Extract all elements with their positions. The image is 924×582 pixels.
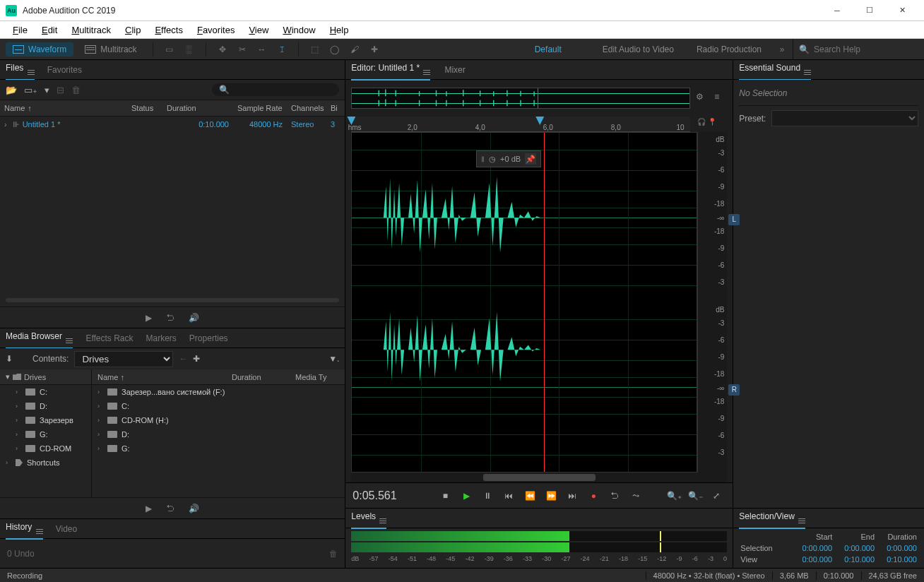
tree-item[interactable]: ›G: <box>0 427 91 441</box>
media-play[interactable]: ▶ <box>146 504 152 513</box>
tab-selection-view[interactable]: Selection/View <box>739 507 805 529</box>
menu-window[interactable]: Window <box>276 25 322 35</box>
close-file-button[interactable]: ⊟ <box>57 85 64 95</box>
workspace-edit-audio-video[interactable]: Edit Audio to Video <box>593 42 684 57</box>
sel-start[interactable]: 0:00.000 <box>795 544 832 552</box>
col-name[interactable]: Name ↑ <box>0 104 127 112</box>
maximize-button[interactable]: ☐ <box>853 0 886 21</box>
tree-item[interactable]: ›C: <box>0 385 91 399</box>
pin-playhead[interactable]: 🎧 📍 <box>697 118 716 126</box>
contents-dropdown[interactable]: Drives <box>74 351 173 367</box>
menu-help[interactable]: Help <box>323 25 356 35</box>
list-col-mediatype[interactable]: Media Ty <box>295 373 339 381</box>
files-search[interactable]: 🔍 <box>212 83 339 96</box>
tab-effects-rack[interactable]: Effects Rack <box>85 329 133 348</box>
menu-favorites[interactable]: Favorites <box>190 25 242 35</box>
tab-history[interactable]: History <box>6 518 43 540</box>
slip-tool[interactable]: ↔ <box>254 42 270 57</box>
media-loop[interactable]: ⮌ <box>166 504 174 513</box>
tab-favorites[interactable]: Favorites <box>47 61 82 79</box>
brush-tool[interactable]: 🖌 <box>347 42 362 57</box>
channel-badge-left[interactable]: L <box>728 214 740 225</box>
tree-item[interactable]: ›Зарезерв <box>0 413 91 427</box>
heal-tool[interactable]: ✚ <box>367 42 382 57</box>
history-trash[interactable]: 🗑 <box>329 549 338 559</box>
time-ruler[interactable]: hms 2,0 4,0 6,0 8,0 10 🎧 📍 <box>351 117 690 132</box>
tree-item[interactable]: ›D: <box>0 399 91 413</box>
col-bitdepth[interactable]: Bi <box>326 104 340 112</box>
list-item[interactable]: ›D: <box>92 427 345 441</box>
list-item[interactable]: ›G: <box>92 441 345 456</box>
horizontal-scrollbar[interactable] <box>351 473 727 482</box>
col-samplerate[interactable]: Sample Rate <box>233 104 287 112</box>
tab-properties[interactable]: Properties <box>189 329 228 348</box>
hud-toggle[interactable]: ▭ <box>162 42 177 57</box>
hud-pin-button[interactable]: 📌 <box>525 153 536 165</box>
gain-hud[interactable]: ⫴ ◷ +0 dB 📌 <box>476 150 541 167</box>
tree-item[interactable]: ›Shortcuts <box>0 456 91 470</box>
view-dur[interactable]: 0:10.000 <box>880 555 917 564</box>
stop-button[interactable]: ■ <box>436 487 454 505</box>
channel-toggle[interactable]: ≡ <box>714 92 727 105</box>
lasso-tool[interactable]: ◯ <box>327 42 343 57</box>
delete-file-button[interactable]: 🗑 <box>71 85 81 95</box>
zoom-out-button[interactable]: 🔍₋ <box>686 487 704 505</box>
preview-autoplay[interactable]: 🔊 <box>189 313 199 323</box>
record-button[interactable]: ● <box>584 487 603 505</box>
menu-file[interactable]: File <box>6 25 35 35</box>
levels-meter[interactable]: dB-57-54-51-48-45-42-39-36-33-30-27-24-2… <box>345 528 733 568</box>
menu-view[interactable]: View <box>242 25 276 35</box>
import-shortcut-button[interactable]: ⬇ <box>6 354 13 364</box>
play-button[interactable]: ▶ <box>457 487 475 505</box>
go-start-button[interactable]: ⏮ <box>499 487 518 505</box>
razor-tool[interactable]: ✂ <box>235 42 250 57</box>
menu-multitrack[interactable]: Multitrack <box>64 25 118 35</box>
list-item[interactable]: ›C: <box>92 399 345 413</box>
tree-item[interactable]: ›CD-ROM <box>0 441 91 456</box>
preview-play[interactable]: ▶ <box>146 313 152 323</box>
media-autoplay[interactable]: 🔊 <box>189 504 199 513</box>
view-end[interactable]: 0:10.000 <box>838 555 875 564</box>
zoom-full-button[interactable]: ⤢ <box>707 487 725 505</box>
list-item[interactable]: ›CD-ROM (H:) <box>92 413 345 427</box>
loop-button[interactable]: ⮌ <box>605 487 624 505</box>
tab-essential-sound[interactable]: Essential Sound <box>739 59 811 81</box>
list-item[interactable]: ›Зарезер...вано системой (F:) <box>92 385 345 399</box>
workspace-radio-production[interactable]: Radio Production <box>687 42 771 57</box>
forward-button[interactable]: ⏩ <box>542 487 560 505</box>
rewind-button[interactable]: ⏪ <box>521 487 539 505</box>
waveform-editor[interactable]: ⫴ ◷ +0 dB 📌 dB -3 -6 -9 -18 -∞ -18 -9 -6… <box>351 132 727 473</box>
workspace-overflow[interactable]: » <box>774 42 790 57</box>
waveform-view-button[interactable]: Waveform <box>6 42 73 57</box>
new-shortcut[interactable]: ✚ <box>193 354 200 364</box>
workspace-default[interactable]: Default <box>525 42 571 57</box>
tab-editor[interactable]: Editor: Untitled 1 * <box>351 59 430 81</box>
multitrack-view-button[interactable]: Multitrack <box>78 42 143 57</box>
workspace-menu-icon[interactable] <box>574 42 590 57</box>
tab-files[interactable]: Files <box>6 59 35 81</box>
preview-loop[interactable]: ⮌ <box>166 313 174 323</box>
tab-markers[interactable]: Markers <box>146 329 177 348</box>
view-start[interactable]: 0:00.000 <box>795 555 832 564</box>
menu-clip[interactable]: Clip <box>118 25 148 35</box>
close-button[interactable]: ✕ <box>886 0 918 21</box>
open-file-button[interactable]: 📂 <box>6 85 17 95</box>
sel-dur[interactable]: 0:00.000 <box>880 544 917 552</box>
tab-video[interactable]: Video <box>56 520 77 538</box>
channel-badge-right[interactable]: R <box>728 384 740 396</box>
preset-dropdown[interactable] <box>771 110 918 126</box>
overview-waveform[interactable] <box>351 88 690 109</box>
col-channels[interactable]: Channels <box>287 104 326 112</box>
menu-edit[interactable]: Edit <box>35 25 64 35</box>
file-row[interactable]: › ⊪ Untitled 1 * 0:10.000 48000 Hz Stere… <box>0 117 345 132</box>
move-tool[interactable]: ✥ <box>215 42 230 57</box>
col-status[interactable]: Status <box>127 104 162 112</box>
skip-selection-button[interactable]: ⤳ <box>627 487 645 505</box>
list-col-duration[interactable]: Duration <box>232 373 295 381</box>
pause-button[interactable]: ⏸ <box>478 487 497 505</box>
menu-effects[interactable]: Effects <box>148 25 190 35</box>
insert-button[interactable]: ▾ <box>45 85 49 95</box>
go-end-button[interactable]: ⏭ <box>563 487 581 505</box>
search-help[interactable]: 🔍 <box>793 39 918 60</box>
tab-levels[interactable]: Levels <box>351 507 386 529</box>
